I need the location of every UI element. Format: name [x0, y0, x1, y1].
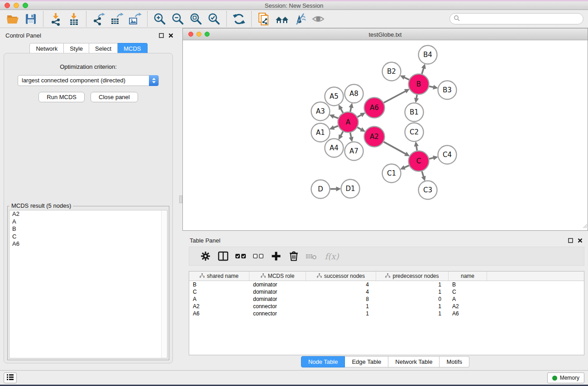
close-panel-icon[interactable]	[168, 32, 173, 40]
tab-edge-table[interactable]: Edge Table	[345, 356, 388, 367]
tab-network-table[interactable]: Network Table	[388, 356, 440, 367]
table-cell[interactable]: 4	[306, 288, 376, 295]
graph-edge-A-A3[interactable]	[333, 116, 338, 118]
list-item[interactable]: C	[10, 233, 167, 241]
graph-edge-A-A8[interactable]	[350, 107, 351, 112]
graph-edge-C-C2[interactable]	[416, 146, 417, 151]
tab-motifs[interactable]: Motifs	[440, 356, 469, 367]
network-graph[interactable]: AA1A2A3A4A5A6A7A8BB1B2B3B4CC1C2C3C4DD1	[183, 40, 588, 230]
splitter-grip[interactable]	[179, 195, 182, 203]
graph-edge-B-B3[interactable]	[429, 86, 434, 87]
graph-node-A4[interactable]: A4	[325, 139, 344, 157]
refresh-icon[interactable]	[230, 11, 248, 27]
graph-node-B1[interactable]: B1	[405, 103, 424, 122]
list-item[interactable]: A	[10, 218, 167, 226]
table-row[interactable]: Adominator80A	[189, 295, 584, 303]
table-cell[interactable]: 1	[376, 288, 449, 295]
settings-gear-icon[interactable]	[196, 248, 214, 264]
save-session-icon[interactable]	[22, 11, 40, 27]
table-cell[interactable]: B	[449, 281, 487, 288]
graph-node-A5[interactable]: A5	[325, 87, 344, 106]
graph-node-C1[interactable]: C1	[382, 164, 401, 183]
graph-edge-A-A7[interactable]	[350, 133, 351, 138]
mcds-result-list[interactable]: A2ABCA6	[9, 210, 167, 358]
export-network-icon[interactable]	[90, 11, 108, 27]
table-cell[interactable]: A	[189, 295, 249, 303]
resize-grip-icon[interactable]	[582, 222, 587, 230]
graph-node-C4[interactable]: C4	[438, 146, 457, 164]
graph-edge-B-B1[interactable]	[416, 95, 417, 99]
table-cell[interactable]: dominator	[249, 281, 306, 288]
export-table-icon[interactable]	[108, 11, 126, 27]
table-cell[interactable]: A6	[189, 310, 249, 317]
float-table-panel-icon[interactable]	[568, 237, 573, 245]
table-row[interactable]: Cdominator41C	[189, 288, 584, 295]
table-cell[interactable]: 1	[376, 281, 449, 288]
add-column-icon[interactable]	[267, 248, 285, 264]
graph-edge-B-B2[interactable]	[404, 77, 409, 80]
table-cell[interactable]: 0	[376, 295, 449, 303]
zoom-in-icon[interactable]	[151, 11, 169, 27]
close-table-panel-icon[interactable]	[578, 237, 583, 245]
graph-edge-A-A6[interactable]	[358, 115, 362, 117]
graph-edge-A2-C[interactable]	[384, 142, 406, 154]
search-input[interactable]	[449, 13, 583, 24]
graph-edge-C-C1[interactable]	[404, 166, 409, 168]
function-builder-icon[interactable]: f(x)	[320, 248, 344, 264]
close-panel-button[interactable]: Close panel	[91, 92, 138, 102]
graph-node-A7[interactable]: A7	[345, 142, 363, 161]
open-session-icon[interactable]	[4, 11, 22, 27]
table-cell[interactable]: C	[189, 288, 249, 295]
table-row[interactable]: Bdominator41B	[189, 281, 584, 288]
graph-edge-A-A4[interactable]	[341, 132, 343, 136]
node-table[interactable]: shared nameMCDS rolesuccessor nodesprede…	[189, 271, 584, 355]
zoom-out-icon[interactable]	[169, 11, 187, 27]
column-header-shared-name[interactable]: shared name	[189, 272, 249, 281]
criterion-dropdown[interactable]: largest connected component (directed)	[18, 75, 159, 86]
delete-table-icon[interactable]	[302, 248, 320, 264]
table-cell[interactable]: dominator	[249, 295, 306, 303]
graph-node-A3[interactable]: A3	[311, 102, 330, 121]
select-all-icon[interactable]	[232, 248, 249, 264]
import-table-icon[interactable]	[65, 11, 83, 27]
graph-edge-A6-B[interactable]	[384, 91, 406, 103]
graph-node-D1[interactable]: D1	[341, 180, 360, 198]
table-cell[interactable]: connector	[249, 310, 306, 317]
graph-node-C2[interactable]: C2	[405, 123, 424, 142]
delete-column-icon[interactable]	[285, 248, 302, 264]
table-cell[interactable]: connector	[249, 303, 306, 310]
table-cell[interactable]: A	[449, 295, 487, 303]
list-item[interactable]: A2	[10, 210, 167, 218]
graph-node-B[interactable]: B	[409, 74, 429, 95]
hide-graphics-details-icon[interactable]	[291, 11, 309, 27]
graph-node-A6[interactable]: A6	[364, 98, 385, 118]
task-history-button[interactable]	[4, 372, 17, 383]
table-row[interactable]: A6connector11A6	[189, 310, 584, 317]
zoom-selected-icon[interactable]	[205, 11, 223, 27]
show-hide-panel-eye-icon[interactable]	[309, 11, 327, 27]
list-item[interactable]: A6	[10, 240, 167, 248]
graph-edge-A-A2[interactable]	[358, 127, 362, 129]
table-cell[interactable]: 1	[376, 310, 449, 317]
column-header-name[interactable]: name	[449, 272, 487, 281]
home-icon[interactable]	[273, 11, 291, 27]
deselect-all-icon[interactable]	[249, 248, 267, 264]
table-row[interactable]: A2connector11A2	[189, 303, 584, 310]
table-cell[interactable]: C	[449, 288, 487, 295]
graph-edge-A-A5[interactable]	[341, 109, 343, 113]
column-header-successor-nodes[interactable]: successor nodes	[306, 272, 376, 281]
table-cell[interactable]: A6	[449, 310, 487, 317]
table-cell[interactable]: B	[189, 281, 249, 288]
table-cell[interactable]: A2	[449, 303, 487, 310]
graph-node-B3[interactable]: B3	[438, 81, 457, 100]
table-cell[interactable]: 1	[376, 303, 449, 310]
list-item[interactable]: B	[10, 225, 167, 233]
table-cell[interactable]: 1	[306, 310, 376, 317]
graph-edge-A-A1[interactable]	[334, 126, 338, 128]
graph-node-A8[interactable]: A8	[345, 85, 363, 103]
graph-node-B4[interactable]: B4	[419, 46, 437, 64]
graph-edge-C-C4[interactable]	[429, 158, 434, 159]
graph-node-A1[interactable]: A1	[311, 124, 330, 142]
duplicate-network-icon[interactable]	[255, 11, 273, 27]
graph-edge-C-C3[interactable]	[422, 171, 424, 176]
